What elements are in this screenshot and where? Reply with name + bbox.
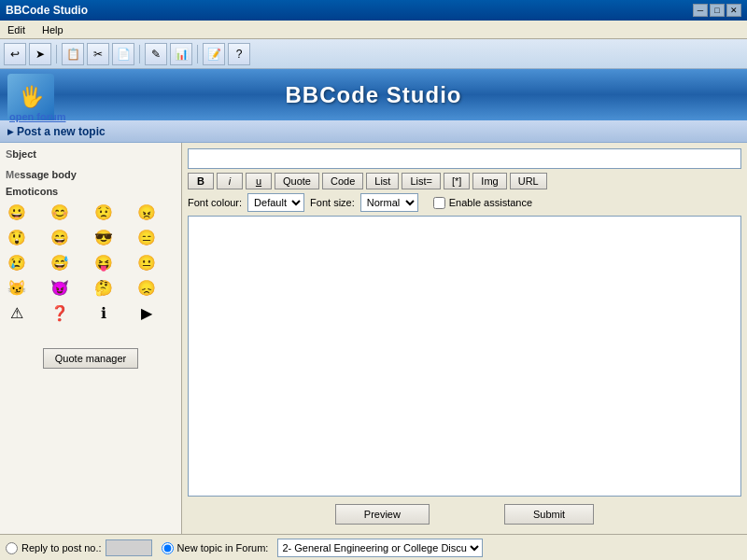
new-topic-label: New topic in Forum: bbox=[177, 542, 269, 553]
minimize-button[interactable]: ─ bbox=[693, 4, 708, 17]
emoticon-3[interactable]: 😠 bbox=[135, 201, 158, 223]
bbcode-toolbar: B i u Quote Code List List= [*] Img URL bbox=[188, 173, 741, 189]
emoticon-4[interactable]: 😲 bbox=[6, 226, 28, 248]
toolbar-separator-2 bbox=[139, 45, 140, 63]
font-colour-label: Font colour: bbox=[188, 197, 242, 208]
toolbar-save-btn[interactable]: 📝 bbox=[203, 43, 225, 65]
bottom-options: Reply to post no.: New topic in Forum: 2… bbox=[0, 534, 747, 560]
toolbar-help-btn[interactable]: ? bbox=[228, 43, 250, 65]
main-content: Sbject Message body Emoticons 😀 😊 😟 😠 😲 … bbox=[0, 143, 747, 534]
action-buttons: Preview Submit bbox=[188, 500, 741, 528]
emoticon-6[interactable]: 😎 bbox=[92, 226, 115, 248]
toolbar-separator-3 bbox=[197, 45, 198, 63]
new-topic-radio[interactable] bbox=[162, 542, 174, 554]
quote-button[interactable]: Quote bbox=[275, 173, 319, 189]
emoticon-14[interactable]: 🤔 bbox=[92, 276, 115, 299]
enable-assistance-label: Enable assistance bbox=[449, 197, 532, 208]
quote-manager-button[interactable]: Quote manager bbox=[43, 348, 138, 369]
left-panel: Sbject Message body Emoticons 😀 😊 😟 😠 😲 … bbox=[0, 143, 182, 534]
submit-button[interactable]: Submit bbox=[504, 504, 594, 525]
message-textarea[interactable] bbox=[188, 216, 741, 497]
url-button[interactable]: URL bbox=[510, 173, 547, 189]
emoticons-grid: 😀 😊 😟 😠 😲 😄 😎 😑 😢 😅 😝 😐 😼 😈 🤔 😞 ⚠ ❓ ℹ bbox=[6, 201, 176, 324]
emoticons-section: Emoticons 😀 😊 😟 😠 😲 😄 😎 😑 😢 😅 😝 😐 😼 😈 🤔 … bbox=[6, 186, 176, 324]
emoticon-12[interactable]: 😼 bbox=[6, 276, 28, 299]
toolbar-edit-btn[interactable]: ✎ bbox=[145, 43, 167, 65]
title-bar-text: BBCode Studio bbox=[6, 4, 88, 17]
app-title: BBCode Studio bbox=[286, 82, 462, 108]
subject-label: Sbject bbox=[6, 148, 176, 160]
italic-button[interactable]: i bbox=[217, 173, 243, 189]
img-button[interactable]: Img bbox=[472, 173, 506, 189]
font-colour-select[interactable]: Default Black Red Blue Green bbox=[247, 193, 304, 212]
font-size-label: Font size: bbox=[310, 197, 355, 208]
list-equals-button[interactable]: List= bbox=[402, 173, 441, 189]
emoticon-11[interactable]: 😐 bbox=[135, 251, 158, 273]
toolbar-copy-btn[interactable]: 📋 bbox=[62, 43, 84, 65]
toolbar-paste-btn[interactable]: 📄 bbox=[112, 43, 134, 65]
emoticon-16[interactable]: ⚠ bbox=[6, 301, 28, 324]
menu-bar: Edit Help bbox=[0, 21, 747, 39]
code-button[interactable]: Code bbox=[322, 173, 363, 189]
menu-edit[interactable]: Edit bbox=[4, 23, 29, 36]
toolbar-chart-btn[interactable]: 📊 bbox=[170, 43, 192, 65]
toolbar-back-btn[interactable]: ↩ bbox=[4, 43, 26, 65]
right-panel: B i u Quote Code List List= [*] Img URL … bbox=[182, 143, 747, 534]
reply-input[interactable] bbox=[106, 539, 152, 556]
forum-select[interactable]: 2- General Engineering or College Discus… bbox=[277, 539, 483, 557]
list-button[interactable]: List bbox=[366, 173, 399, 189]
restore-button[interactable]: □ bbox=[710, 4, 725, 17]
title-bar-controls: ─ □ ✕ bbox=[693, 4, 741, 17]
emoticon-13[interactable]: 😈 bbox=[49, 276, 71, 299]
emoticon-17[interactable]: ❓ bbox=[49, 301, 71, 324]
breadcrumb: ▸ Post a new topic bbox=[0, 120, 747, 143]
emoticon-7[interactable]: 😑 bbox=[135, 226, 158, 248]
toolbar-forward-btn[interactable]: ➤ bbox=[29, 43, 51, 65]
emoticon-19[interactable]: ▶ bbox=[135, 301, 158, 324]
toolbar: ↩ ➤ 📋 ✂ 📄 ✎ 📊 📝 ? bbox=[0, 39, 747, 69]
emoticon-10[interactable]: 😝 bbox=[92, 251, 115, 273]
enable-assistance-container: Enable assistance bbox=[433, 197, 532, 209]
reply-radio[interactable] bbox=[6, 542, 18, 554]
title-bar: BBCode Studio ─ □ ✕ bbox=[0, 0, 747, 21]
emoticon-1[interactable]: 😊 bbox=[49, 201, 71, 223]
list-item-button[interactable]: [*] bbox=[444, 173, 470, 189]
breadcrumb-text: Post a new topic bbox=[17, 125, 106, 138]
reply-option: Reply to post no.: bbox=[6, 539, 152, 556]
emoticon-5[interactable]: 😄 bbox=[49, 226, 71, 248]
open-forum-link[interactable]: open forum bbox=[9, 111, 66, 122]
breadcrumb-arrow: ▸ bbox=[7, 125, 13, 138]
toolbar-separator-1 bbox=[56, 45, 57, 63]
underline-button[interactable]: u bbox=[246, 173, 272, 189]
emoticon-2[interactable]: 😟 bbox=[92, 201, 115, 223]
toolbar-cut-btn[interactable]: ✂ bbox=[87, 43, 109, 65]
bold-button[interactable]: B bbox=[188, 173, 214, 189]
emoticon-8[interactable]: 😢 bbox=[6, 251, 28, 273]
subject-input[interactable] bbox=[188, 148, 741, 169]
message-label: Message body bbox=[6, 169, 176, 180]
menu-help[interactable]: Help bbox=[38, 23, 67, 36]
emoticon-9[interactable]: 😅 bbox=[49, 251, 71, 273]
emoticon-18[interactable]: ℹ bbox=[92, 301, 115, 324]
new-topic-option: New topic in Forum: bbox=[162, 542, 269, 554]
close-button[interactable]: ✕ bbox=[726, 4, 741, 17]
enable-assistance-checkbox[interactable] bbox=[433, 197, 445, 209]
app-header: 🖐 BBCode Studio open forum bbox=[0, 69, 747, 120]
emoticons-label: Emoticons bbox=[6, 186, 176, 197]
font-controls: Font colour: Default Black Red Blue Gree… bbox=[188, 193, 741, 212]
font-size-select[interactable]: Tiny Small Normal Large Huge bbox=[360, 193, 418, 212]
reply-label: Reply to post no.: bbox=[21, 542, 102, 553]
emoticon-15[interactable]: 😞 bbox=[135, 276, 158, 299]
emoticon-0[interactable]: 😀 bbox=[6, 201, 28, 223]
preview-button[interactable]: Preview bbox=[335, 504, 430, 525]
